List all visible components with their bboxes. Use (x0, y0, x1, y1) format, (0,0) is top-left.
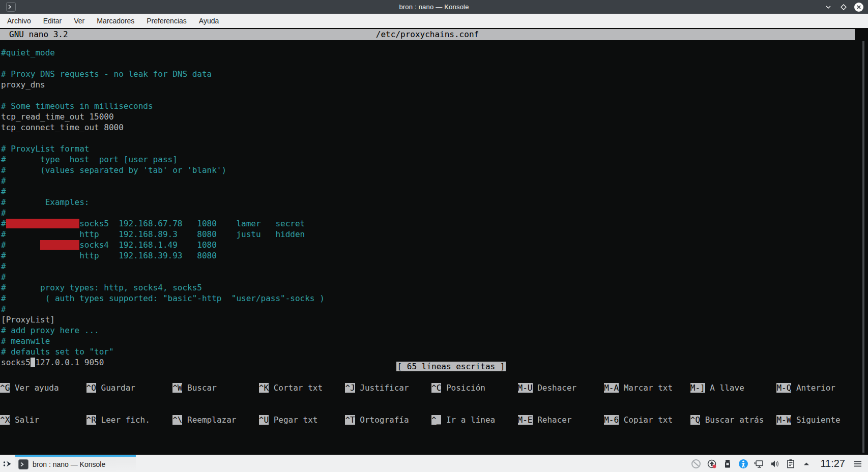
nano-shortcut: M-] A llave (690, 382, 777, 393)
buffer-line: # Proxy DNS requests - no leak for DNS d… (1, 69, 868, 79)
shortcut-key: M-] (690, 383, 705, 393)
buffer-line: # (1, 304, 868, 314)
task-button-konsole[interactable]: bron : nano — Konsole (15, 455, 136, 472)
kde-connect-icon[interactable] (754, 459, 764, 469)
nano-filename: /etc/proxychains.conf (376, 29, 479, 40)
nano-status-message: [ 65 líneas escritas ] (396, 362, 506, 371)
window-title: bron : nano — Konsole (0, 3, 868, 11)
buffer-line: #quiet_mode (1, 47, 868, 58)
buffer-line: # (1, 261, 868, 272)
shortcut-key: M-E (518, 415, 533, 425)
maximize-button[interactable] (838, 2, 849, 12)
shortcut-label: Buscar atrás (700, 415, 764, 425)
buffer-line (1, 58, 868, 69)
nano-shortcut: ^X Salir (0, 415, 86, 425)
removable-device-icon[interactable] (722, 459, 733, 469)
menu-preferencias[interactable]: Preferencias (140, 15, 193, 27)
nano-shortcut: ^W Buscar (172, 382, 259, 393)
window-controls (823, 2, 864, 12)
nano-shortcuts-row2: ^X Salir^R Leer fich.^\ Reemplazar^U Peg… (0, 415, 863, 425)
buffer-line: tcp_connect_time_out 8000 (1, 122, 868, 133)
nano-version-label: GNU nano 3.2 (9, 29, 68, 40)
nano-statusline: [ 65 líneas escritas ] (0, 350, 863, 361)
shortcut-label: Salir (10, 415, 39, 425)
buffer-line: # ( auth types supported: "basic"-http "… (1, 293, 868, 304)
menu-ayuda[interactable]: Ayuda (193, 15, 225, 27)
shortcut-label: Justificar (355, 383, 409, 393)
shortcut-label: Posición (441, 383, 485, 393)
buffer-line: # ProxyList format (1, 143, 868, 154)
shortcut-key: ^T (345, 415, 355, 425)
shortcut-key: ^R (86, 415, 96, 425)
shortcut-key: ^O (86, 383, 96, 393)
terminal-area[interactable]: GNU nano 3.2 /etc/proxychains.conf #quie… (0, 28, 868, 455)
shortcut-key: M-6 (604, 415, 619, 425)
konsole-task-icon (18, 459, 28, 469)
shortcut-label: Ver ayuda (10, 383, 59, 393)
nano-shortcut: ^U Pegar txt (259, 415, 345, 425)
shortcut-key: ^Q (690, 415, 700, 425)
nano-shortcut: M-Q Anterior (776, 382, 863, 393)
system-tray: 11:27 (691, 458, 868, 469)
offline-status-icon[interactable] (691, 459, 701, 469)
terminal-scrollbar[interactable] (862, 41, 864, 453)
buffer-line (1, 133, 868, 143)
clock[interactable]: 11:27 (820, 458, 845, 469)
buffer-line: # (1, 208, 868, 218)
shortcut-label: Rehacer (533, 415, 572, 425)
menu-marcadores[interactable]: Marcadores (91, 15, 140, 27)
buffer-line: # socks5 192.168.67.78 1080 lamer secret (1, 218, 868, 229)
nano-shortcut: M-U Deshacer (518, 382, 604, 393)
menubar: Archivo Editar Ver Marcadores Preferenci… (0, 14, 868, 28)
nano-shortcut: M-6 Copiar txt (604, 415, 690, 425)
taskbar: bron : nano — Konsole (0, 455, 868, 472)
buffer-line: # http 192.168.89.3 8080 justu hidden (1, 229, 868, 240)
buffer-line: # (1, 272, 868, 282)
shortcut-key: ^_ (431, 415, 441, 425)
app-launcher-button[interactable] (0, 455, 15, 472)
shortcut-label: Deshacer (533, 383, 577, 393)
nano-shortcut: M-W Siguiente (776, 415, 863, 425)
volume-icon[interactable] (770, 459, 780, 469)
shortcut-key: ^X (0, 415, 10, 425)
shortcut-label: Siguiente (791, 415, 840, 425)
buffer-line: proxy_dns (1, 79, 868, 90)
shortcut-label: Copiar txt (619, 415, 673, 425)
menu-archivo[interactable]: Archivo (1, 15, 37, 27)
updates-available-icon[interactable] (707, 459, 717, 469)
shortcut-key: M-Q (776, 383, 791, 393)
nano-shortcut: ^K Cortar txt (259, 382, 345, 393)
titlebar[interactable]: bron : nano — Konsole (0, 0, 868, 14)
shortcut-key: ^J (345, 383, 355, 393)
nano-shortcut: ^J Justificar (345, 382, 431, 393)
buffer-line: # type host port [user pass] (1, 154, 868, 165)
clipboard-icon[interactable] (786, 459, 796, 469)
nano-shortcut: M-A Marcar txt (604, 382, 690, 393)
buffer-line: # (values separated by 'tab' or 'blank') (1, 165, 868, 175)
menu-editar[interactable]: Editar (37, 15, 68, 27)
nano-shortcut: ^R Leer fich. (86, 415, 173, 425)
nano-shortcut: ^O Guardar (86, 382, 173, 393)
close-button[interactable] (853, 2, 864, 12)
buffer-line: # (1, 186, 868, 197)
hamburger-menu-icon[interactable] (853, 459, 863, 469)
shortcut-key: M-A (604, 383, 619, 393)
nano-shortcut: ^C Posición (431, 382, 518, 393)
nano-shortcut: ^\ Reemplazar (172, 415, 259, 425)
shortcut-label: Ir a línea (441, 415, 495, 425)
expand-tray-icon[interactable] (801, 459, 812, 469)
shortcut-label: Leer fich. (96, 415, 150, 425)
shortcut-key: ^K (259, 383, 269, 393)
nano-shortcuts-row1: ^G Ver ayuda^O Guardar^W Buscar^K Cortar… (0, 382, 863, 393)
menu-ver[interactable]: Ver (68, 15, 91, 27)
editor-buffer[interactable]: #quiet_mode# Proxy DNS requests - no lea… (1, 47, 868, 368)
konsole-app-icon (6, 2, 16, 12)
shortcut-key: ^\ (172, 415, 182, 425)
nano-shortcut: ^_ Ir a línea (431, 415, 518, 425)
shortcut-label: Marcar txt (619, 383, 673, 393)
minimize-button[interactable] (823, 2, 833, 12)
accessibility-icon[interactable] (738, 459, 748, 469)
shortcut-key: ^G (0, 383, 10, 393)
shortcut-label: Anterior (791, 383, 835, 393)
task-label: bron : nano — Konsole (33, 460, 105, 468)
